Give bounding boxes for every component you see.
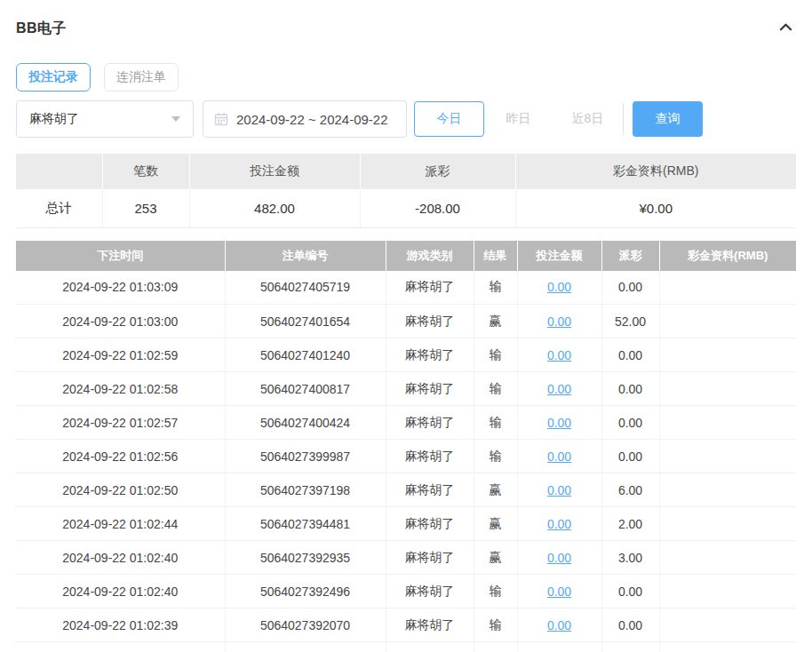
- game-type-cell: 麻将胡了: [386, 541, 474, 575]
- order-id-cell: 5064027400424: [225, 406, 386, 440]
- order-id-cell: 5064027392070: [225, 608, 386, 642]
- order-id-cell: 5064027392935: [225, 541, 386, 575]
- query-button[interactable]: 查询: [633, 101, 703, 137]
- result-cell: 输: [474, 575, 517, 608]
- table-row: 2024-09-22 01:03:095064027405719麻将胡了输0.0…: [16, 271, 796, 305]
- bonus-cell: [659, 507, 796, 541]
- game-select[interactable]: 麻将胡了: [16, 100, 194, 138]
- bet-amount-link[interactable]: 0.00: [547, 483, 571, 497]
- chevron-up-icon: [777, 19, 794, 39]
- table-row: 2024-09-22 01:02:405064027392935麻将胡了赢0.0…: [16, 541, 796, 575]
- bet-amount-link[interactable]: 0.00: [547, 314, 571, 329]
- bonus-cell: [659, 473, 796, 507]
- bet-amount-cell: 0.00: [517, 642, 601, 652]
- bonus-cell: [659, 440, 796, 473]
- game-type-cell: 麻将胡了: [386, 608, 474, 642]
- game-type-cell: 麻将胡了: [386, 440, 474, 473]
- bet-amount-cell: 0.00: [517, 440, 601, 473]
- payout-cell: 2.00: [601, 507, 659, 541]
- order-id-cell: 5064027401240: [225, 338, 386, 372]
- bet-time-cell: 2024-09-22 01:03:00: [16, 305, 225, 338]
- summary-header-row: 笔数 投注金额 派彩 彩金资料(RMB): [16, 154, 796, 189]
- game-type-cell: 麻将胡了: [386, 642, 474, 652]
- quick-button-yesterday[interactable]: 昨日: [483, 101, 553, 137]
- bonus-cell: [659, 608, 796, 642]
- payout-cell: 0.00: [601, 440, 659, 473]
- calendar-icon: [214, 112, 228, 126]
- table-row: 2024-09-22 01:02:445064027394481麻将胡了赢0.0…: [16, 507, 796, 541]
- payout-cell: 6.00: [601, 473, 659, 507]
- date-range-input[interactable]: 2024-09-22 ~ 2024-09-22: [203, 100, 407, 138]
- bonus-cell: [659, 406, 796, 440]
- bet-time-cell: 2024-09-22 01:02:58: [16, 372, 225, 406]
- game-type-cell: 麻将胡了: [386, 338, 474, 372]
- bet-amount-cell: 0.00: [517, 406, 601, 440]
- bet-amount-link[interactable]: 0.00: [547, 551, 571, 565]
- records-header-bet-amount: 投注金额: [517, 241, 601, 271]
- game-type-cell: 麻将胡了: [386, 507, 474, 541]
- collapse-button[interactable]: [776, 17, 796, 41]
- bonus-cell: [659, 575, 796, 608]
- bonus-cell: [659, 372, 796, 406]
- payout-cell: 0.00: [601, 608, 659, 642]
- payout-cell: 3.00: [601, 541, 659, 575]
- payout-cell: 0.00: [601, 406, 659, 440]
- table-row: 2024-09-22 01:03:005064027401654麻将胡了赢0.0…: [16, 305, 796, 338]
- table-row: 2024-09-22 01:02:585064027400817麻将胡了输0.0…: [16, 372, 796, 406]
- quick-button-last8days[interactable]: 近8日: [553, 101, 623, 137]
- summary-bonus-value: ¥0.00: [515, 189, 796, 227]
- order-id-cell: 5064027391670: [225, 642, 386, 652]
- result-cell: 输: [474, 372, 517, 406]
- order-id-cell: 5064027394481: [225, 507, 386, 541]
- result-cell: 赢: [474, 473, 517, 507]
- bet-amount-cell: 0.00: [517, 507, 601, 541]
- bonus-cell: [659, 338, 796, 372]
- result-cell: 输: [474, 608, 517, 642]
- payout-cell: 52.00: [601, 305, 659, 338]
- bet-amount-cell: 0.00: [517, 541, 601, 575]
- quick-button-today[interactable]: 今日: [414, 101, 484, 137]
- bet-amount-link[interactable]: 0.00: [547, 416, 571, 430]
- filter-bar: 麻将胡了 2024-09-22 ~ 2024-09-22 今日 昨日 近8日 查…: [16, 100, 796, 138]
- summary-header-empty: [16, 154, 102, 189]
- bet-amount-link[interactable]: 0.00: [547, 449, 571, 464]
- bet-amount-link[interactable]: 0.00: [547, 348, 571, 362]
- records-header-bonus: 彩金资料(RMB): [659, 241, 796, 271]
- summary-total-row: 总计 253 482.00 -208.00 ¥0.00: [16, 189, 796, 227]
- bet-time-cell: 2024-09-22 01:02:40: [16, 575, 225, 608]
- bet-amount-cell: 0.00: [517, 271, 601, 305]
- page-title: BB电子: [16, 20, 67, 38]
- order-id-cell: 5064027399987: [225, 440, 386, 473]
- bet-time-cell: 2024-09-22 01:02:39: [16, 608, 225, 642]
- bet-time-cell: 2024-09-22 01:02:38: [16, 642, 225, 652]
- bet-amount-link[interactable]: 0.00: [547, 280, 571, 294]
- panel: BB电子 投注记录 连消注单 麻将胡了 2024-09-22 ~ 2024-09…: [0, 0, 812, 652]
- bet-amount-link[interactable]: 0.00: [547, 517, 571, 531]
- bet-amount-link[interactable]: 0.00: [547, 584, 571, 599]
- bet-amount-link[interactable]: 0.00: [547, 382, 571, 396]
- result-cell: 赢: [474, 507, 517, 541]
- bet-amount-link[interactable]: 0.00: [547, 618, 571, 632]
- panel-header: BB电子: [16, 0, 796, 41]
- summary-bet-amount-value: 482.00: [189, 189, 360, 227]
- table-row: 2024-09-22 01:02:395064027392070麻将胡了输0.0…: [16, 608, 796, 642]
- records-header-bet-time: 下注时间: [16, 241, 225, 271]
- bonus-cell: [659, 305, 796, 338]
- records-header-result: 结果: [474, 241, 517, 271]
- result-cell: 输: [474, 440, 517, 473]
- order-id-cell: 5064027397198: [225, 473, 386, 507]
- order-id-cell: 5064027392496: [225, 575, 386, 608]
- bet-time-cell: 2024-09-22 01:03:09: [16, 271, 225, 305]
- result-cell: 输: [474, 406, 517, 440]
- bonus-cell: [659, 642, 796, 652]
- tab-bet-records[interactable]: 投注记录: [16, 63, 91, 91]
- table-row: 2024-09-22 01:02:595064027401240麻将胡了输0.0…: [16, 338, 796, 372]
- tab-cascade-orders[interactable]: 连消注单: [104, 63, 179, 91]
- table-row: 2024-09-22 01:02:405064027392496麻将胡了输0.0…: [16, 575, 796, 608]
- bet-time-cell: 2024-09-22 01:02:59: [16, 338, 225, 372]
- payout-cell: 0.00: [601, 271, 659, 305]
- result-cell: 赢: [474, 541, 517, 575]
- summary-header-payout: 派彩: [360, 154, 515, 189]
- order-id-cell: 5064027400817: [225, 372, 386, 406]
- table-row: 2024-09-22 01:02:575064027400424麻将胡了输0.0…: [16, 406, 796, 440]
